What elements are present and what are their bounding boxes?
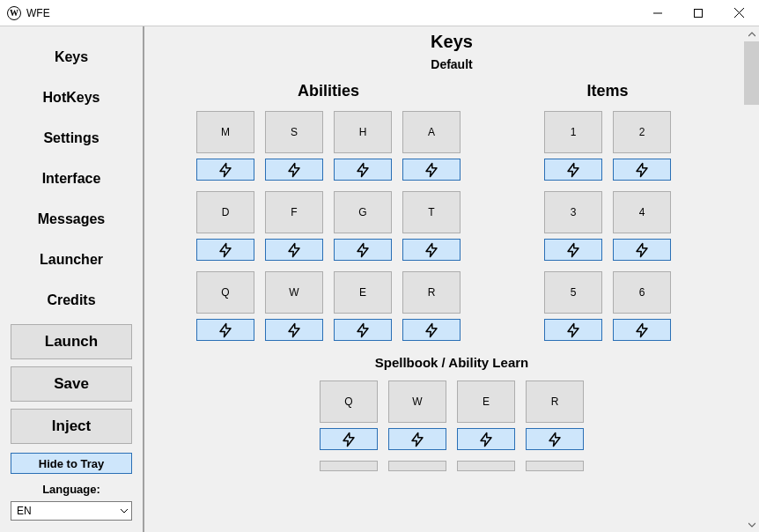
ability-autocast-1-1[interactable]	[265, 239, 323, 261]
ability-key-1-3[interactable]: T	[402, 191, 461, 233]
spellbook-autocast-0-2[interactable]	[457, 428, 515, 450]
item-autocast-0-0[interactable]	[544, 159, 602, 181]
spellbook-key-0-3[interactable]: R	[526, 381, 584, 423]
window-title: WFE	[26, 7, 50, 19]
autocast-icon	[565, 162, 581, 178]
items-heading: Items	[544, 82, 671, 100]
ability-autocast-1-3[interactable]	[402, 239, 461, 261]
nav-messages[interactable]: Messages	[0, 199, 143, 240]
spellbook-key-0-2[interactable]: E	[457, 381, 515, 423]
scrollbar-thumb[interactable]	[744, 41, 759, 105]
spellbook-key-partial-3[interactable]	[526, 461, 584, 471]
launch-button[interactable]: Launch	[11, 324, 132, 359]
ability-key-0-1[interactable]: S	[265, 111, 323, 153]
autocast-icon	[424, 322, 439, 338]
autocast-icon	[286, 162, 302, 178]
autocast-icon	[355, 162, 371, 178]
scroll-up-icon[interactable]	[744, 26, 759, 41]
item-key-2-0[interactable]: 5	[544, 271, 602, 314]
minimize-button[interactable]	[637, 0, 678, 26]
spellbook-heading: Spellbook / Ability Learn	[153, 355, 750, 370]
autocast-icon	[286, 322, 302, 338]
close-icon	[734, 8, 744, 18]
ability-autocast-2-1[interactable]	[265, 319, 323, 341]
ability-key-0-0[interactable]: M	[196, 111, 254, 153]
app-icon: W	[7, 6, 21, 20]
spellbook-key-0-1[interactable]: W	[388, 381, 446, 423]
item-autocast-1-1[interactable]	[613, 239, 671, 261]
ability-autocast-0-3[interactable]	[402, 159, 461, 181]
chevron-down-icon	[121, 506, 128, 516]
minimize-icon	[653, 9, 662, 18]
ability-key-2-0[interactable]: Q	[196, 271, 254, 314]
ability-autocast-0-1[interactable]	[265, 159, 323, 181]
item-key-1-0[interactable]: 3	[544, 191, 602, 233]
ability-key-2-3[interactable]: R	[402, 271, 461, 314]
ability-key-0-3[interactable]: A	[402, 111, 461, 153]
item-autocast-2-0[interactable]	[544, 319, 602, 341]
ability-key-1-2[interactable]: G	[334, 191, 392, 233]
save-button[interactable]: Save	[11, 366, 132, 402]
ability-autocast-1-2[interactable]	[334, 239, 392, 261]
nav-settings[interactable]: Settings	[0, 118, 143, 159]
autocast-icon	[286, 242, 302, 258]
autocast-icon	[217, 242, 233, 258]
ability-key-0-2[interactable]: H	[334, 111, 392, 153]
nav-hotkeys[interactable]: HotKeys	[0, 78, 143, 118]
autocast-icon	[355, 322, 371, 338]
scroll-down-icon[interactable]	[744, 517, 759, 532]
maximize-icon	[694, 9, 703, 18]
item-autocast-2-1[interactable]	[613, 319, 671, 341]
item-key-0-1[interactable]: 2	[613, 111, 671, 153]
nav-keys[interactable]: Keys	[0, 37, 143, 78]
autocast-icon	[341, 432, 357, 447]
item-autocast-1-0[interactable]	[544, 239, 602, 261]
vertical-scrollbar[interactable]	[744, 26, 759, 532]
spellbook-autocast-0-0[interactable]	[320, 428, 378, 450]
item-autocast-0-1[interactable]	[613, 159, 671, 181]
spellbook-autocast-0-1[interactable]	[388, 428, 446, 450]
ability-key-1-0[interactable]: D	[196, 191, 254, 233]
page-title: Keys	[153, 32, 750, 52]
autocast-icon	[634, 162, 650, 178]
autocast-icon	[424, 242, 439, 258]
item-key-0-0[interactable]: 1	[544, 111, 602, 153]
autocast-icon	[409, 432, 425, 447]
ability-autocast-1-0[interactable]	[196, 239, 254, 261]
nav-interface[interactable]: Interface	[0, 159, 143, 199]
spellbook-key-0-0[interactable]: Q	[320, 381, 378, 423]
item-key-1-1[interactable]: 4	[613, 191, 671, 233]
nav-launcher[interactable]: Launcher	[0, 240, 143, 280]
svg-rect-1	[695, 9, 703, 17]
language-select[interactable]: EN	[11, 501, 132, 521]
ability-key-1-1[interactable]: F	[265, 191, 323, 233]
maximize-button[interactable]	[678, 0, 718, 26]
sidebar: Keys HotKeys Settings Interface Messages…	[0, 26, 144, 532]
autocast-icon	[634, 322, 650, 338]
nav-credits[interactable]: Credits	[0, 280, 143, 321]
ability-autocast-2-0[interactable]	[196, 319, 254, 341]
ability-autocast-2-3[interactable]	[402, 319, 461, 341]
abilities-heading: Abilities	[153, 82, 504, 100]
item-key-2-1[interactable]: 6	[613, 271, 671, 314]
ability-key-2-2[interactable]: E	[334, 271, 392, 314]
autocast-icon	[355, 242, 371, 258]
hide-to-tray-button[interactable]: Hide to Tray	[11, 453, 132, 474]
spellbook-key-partial-1[interactable]	[388, 461, 446, 471]
close-button[interactable]	[718, 0, 759, 26]
spellbook-autocast-0-3[interactable]	[526, 428, 584, 450]
items-grid: 123456	[544, 111, 671, 341]
language-label: Language:	[42, 483, 100, 496]
ability-autocast-2-2[interactable]	[334, 319, 392, 341]
autocast-icon	[217, 162, 233, 178]
abilities-grid: MSHADFGTQWER	[153, 111, 504, 341]
language-value: EN	[17, 505, 32, 517]
autocast-icon	[565, 242, 581, 258]
ability-autocast-0-0[interactable]	[196, 159, 254, 181]
autocast-icon	[478, 432, 494, 447]
spellbook-key-partial-2[interactable]	[457, 461, 515, 471]
ability-key-2-1[interactable]: W	[265, 271, 323, 314]
inject-button[interactable]: Inject	[11, 409, 132, 444]
ability-autocast-0-2[interactable]	[334, 159, 392, 181]
spellbook-key-partial-0[interactable]	[320, 461, 378, 471]
